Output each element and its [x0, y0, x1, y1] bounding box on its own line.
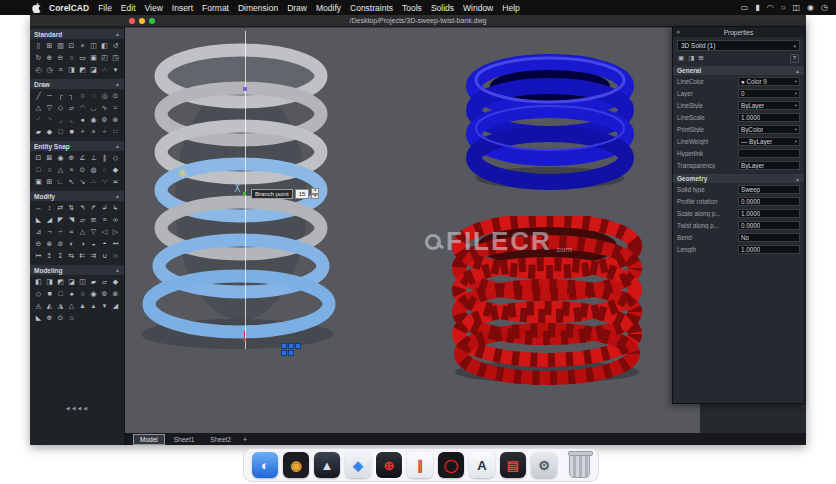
entity-selector-dropdown[interactable]: 3D Solid (1) ▾	[677, 40, 800, 51]
tool-icon[interactable]: ⇅	[66, 202, 77, 214]
tool-icon[interactable]: ▥	[55, 40, 66, 52]
finder-icon[interactable]: ◐	[252, 452, 278, 478]
collapse-icon[interactable]: ▲	[115, 143, 120, 149]
wifi-icon[interactable]: ◠	[767, 0, 774, 15]
toolbar-section-standard[interactable]: Standard ▲	[30, 29, 124, 39]
toolbar-section-draw[interactable]: Draw ▲	[30, 79, 124, 89]
menubar-item[interactable]: Modify	[316, 3, 341, 13]
tool-icon[interactable]: ↔	[33, 202, 44, 214]
tool-icon[interactable]: ◠	[77, 102, 88, 114]
tool-icon[interactable]: ◣	[33, 312, 44, 324]
tool-icon[interactable]: ▷	[110, 226, 121, 238]
property-value-field[interactable]: ByLayer ▾	[738, 101, 800, 110]
tool-icon[interactable]: ●	[66, 288, 77, 300]
property-value-field[interactable]: ● Color 9 ▾	[738, 77, 800, 86]
tool-icon[interactable]: ≅	[88, 214, 99, 226]
tool-icon[interactable]: ◇	[110, 152, 121, 164]
tool-icon[interactable]: ●	[77, 114, 88, 126]
property-value-field[interactable]: Sweep ▾	[738, 185, 800, 194]
tool-icon[interactable]: ∞	[110, 214, 121, 226]
tool-icon[interactable]: ⊙	[110, 90, 121, 102]
tool-icon[interactable]: ⊘	[55, 238, 66, 250]
spin-down-icon[interactable]: ▼	[311, 194, 318, 200]
property-value-field[interactable]: — ByLayer ▾	[738, 137, 800, 146]
dropdown-arrow-icon[interactable]: ▾	[795, 127, 797, 132]
selection-grip[interactable]	[281, 350, 287, 356]
tool-icon[interactable]: ⊞	[44, 176, 55, 188]
tool-icon[interactable]: ○	[77, 288, 88, 300]
tool-icon[interactable]: ▽	[44, 102, 55, 114]
tool-icon[interactable]: ÷	[99, 126, 110, 138]
tool-icon[interactable]: □	[55, 288, 66, 300]
tool-icon[interactable]: ─	[44, 90, 55, 102]
display-icon[interactable]: ▭	[741, 0, 749, 15]
tool-icon[interactable]: ◪	[88, 64, 99, 76]
active-app-menu[interactable]: CorelCAD	[49, 3, 89, 13]
siri-icon[interactable]: ◉	[807, 0, 814, 15]
camera-lens-icon[interactable]: ◯	[438, 452, 464, 478]
collapse-icon[interactable]: ▲	[795, 176, 800, 182]
tool-icon[interactable]: ∪	[99, 250, 110, 262]
tool-icon[interactable]: ◍	[88, 164, 99, 176]
tool-icon[interactable]: ▣	[33, 176, 44, 188]
launchpad-icon[interactable]: ▲	[314, 452, 340, 478]
tool-icon[interactable]: ◇	[33, 288, 44, 300]
add-sheet-button[interactable]: +	[243, 436, 247, 443]
tool-icon[interactable]: ▲	[77, 300, 88, 312]
menubar-item[interactable]: Window	[463, 3, 493, 13]
tool-icon[interactable]: ⊗	[44, 238, 55, 250]
tool-icon[interactable]: ▯	[33, 40, 44, 52]
tool-icon[interactable]: ◉	[88, 288, 99, 300]
toolbar-section-modify[interactable]: Modify ▲	[30, 191, 124, 201]
menubar-item[interactable]: Insert	[172, 3, 193, 13]
tool-icon[interactable]: ▱	[66, 102, 77, 114]
tool-icon[interactable]: ◨	[44, 276, 55, 288]
tool-icon[interactable]: ≡	[99, 214, 110, 226]
tool-icon[interactable]: ≈	[110, 102, 121, 114]
sheet-tab[interactable]: Model	[133, 434, 165, 445]
menubar-item[interactable]: View	[145, 3, 163, 13]
tool-icon[interactable]: ◢	[44, 214, 55, 226]
toolbar-section-modeling[interactable]: Modeling ▲	[30, 265, 124, 275]
tool-icon[interactable]: ↥	[44, 250, 55, 262]
clock-icon[interactable]: ◷	[821, 0, 828, 15]
tool-icon[interactable]: ⇉	[88, 250, 99, 262]
tool-icon[interactable]: △	[33, 102, 44, 114]
tool-icon[interactable]: ◣	[33, 214, 44, 226]
menubar-item[interactable]: Help	[502, 3, 519, 13]
property-value-field[interactable]: ByColor ▾	[738, 125, 800, 134]
tool-icon[interactable]: ∠	[77, 152, 88, 164]
tool-icon[interactable]: ⊕	[44, 312, 55, 324]
close-icon[interactable]: ✕	[676, 27, 681, 37]
tool-icon[interactable]: ⊙	[55, 312, 66, 324]
menubar-item[interactable]: Constraints	[350, 3, 393, 13]
tool-icon[interactable]: ∿	[99, 102, 110, 114]
dropdown-arrow-icon[interactable]: ▾	[795, 91, 797, 96]
sheet-tab[interactable]: Sheet1	[167, 434, 202, 445]
tool-icon[interactable]: ⌂	[66, 312, 77, 324]
section-general[interactable]: General ▲	[673, 66, 804, 75]
collapse-icon[interactable]: ▲	[115, 193, 120, 199]
tool-icon[interactable]: ⇆	[66, 250, 77, 262]
trash-icon[interactable]	[569, 453, 590, 478]
tool-icon[interactable]: ⊿	[33, 226, 44, 238]
tool-icon[interactable]: ◳	[110, 52, 121, 64]
display-tool-icon[interactable]: ▤	[500, 452, 526, 478]
tool-icon[interactable]: ⇄	[55, 202, 66, 214]
tool-icon[interactable]: ○	[44, 164, 55, 176]
tool-icon[interactable]: ◇	[55, 102, 66, 114]
property-value-field[interactable]: 1.0000 ▾	[738, 245, 800, 254]
property-tool-icon[interactable]: ⊞	[698, 54, 703, 62]
letter-a-app-icon[interactable]: A	[469, 452, 495, 478]
property-tool-icon[interactable]: ◨	[688, 54, 694, 62]
tool-icon[interactable]: ↻	[33, 52, 44, 64]
tool-icon[interactable]: ⊛	[110, 114, 121, 126]
apple-menu-icon[interactable]	[32, 2, 41, 13]
photos-icon[interactable]: ◉	[283, 452, 309, 478]
tool-icon[interactable]: ⊖	[55, 52, 66, 64]
tool-icon[interactable]: ◑	[77, 238, 88, 250]
property-value-field[interactable]: No ▾	[738, 233, 800, 242]
menubar-item[interactable]: File	[98, 3, 112, 13]
tool-icon[interactable]: ┌	[55, 90, 66, 102]
viewport-canvas[interactable]: ✳ ╳ Branch point 15 ▲ ▼ FILECR .com	[125, 27, 700, 433]
